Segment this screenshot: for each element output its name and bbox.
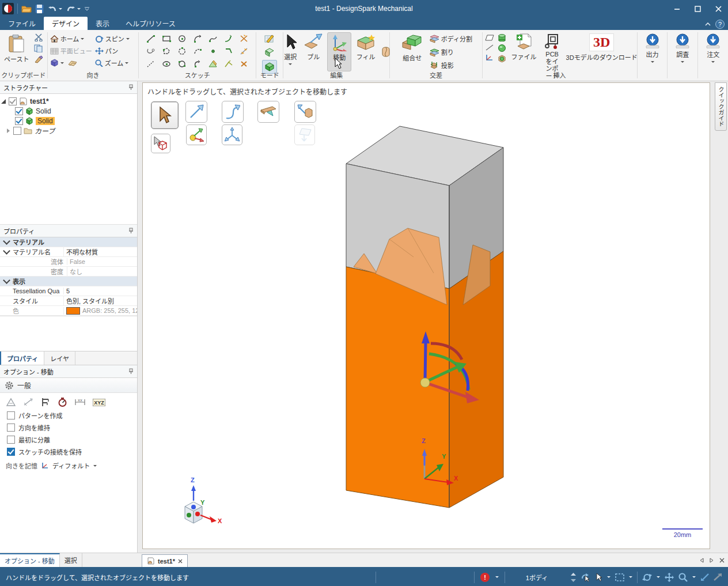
zoom-extents-icon[interactable] <box>700 573 709 581</box>
sketch-construction-icon[interactable] <box>146 60 156 68</box>
close-button[interactable] <box>708 1 728 16</box>
sketch-circle3pt-icon[interactable] <box>177 47 187 55</box>
tree-root-row[interactable]: test1* <box>1 96 136 106</box>
redo-dropdown-caret[interactable] <box>77 8 81 12</box>
minimize-button[interactable] <box>667 1 687 16</box>
sketch-tangent-arc-icon[interactable] <box>224 35 233 43</box>
sketch-split-icon[interactable] <box>240 47 249 55</box>
sketch-polygon-icon[interactable] <box>162 47 171 55</box>
zoom-button[interactable]: ズーム <box>95 57 129 69</box>
color-swatch[interactable] <box>66 307 80 315</box>
tab-help[interactable]: ヘルプ/リソース <box>117 17 184 30</box>
sketch-spline-icon[interactable] <box>208 35 218 43</box>
sketch-bend-icon[interactable] <box>224 60 233 68</box>
home-view-button[interactable]: ホーム <box>50 33 93 44</box>
tab-layers[interactable]: レイヤ <box>44 351 75 365</box>
close-tab-icon[interactable] <box>178 559 183 564</box>
option-keep-orientation[interactable]: 方向を維持 <box>0 421 137 433</box>
checkbox[interactable] <box>7 424 15 432</box>
expander-icon[interactable] <box>7 128 10 133</box>
insert-sphere-icon[interactable] <box>498 44 506 52</box>
material-section-row[interactable]: マテリアル <box>0 237 137 247</box>
sketch-circle-tangent-icon[interactable] <box>177 60 187 68</box>
sketch-fill-region-icon[interactable] <box>208 60 218 68</box>
help-icon[interactable]: ? <box>715 20 725 29</box>
tree-solid2-row[interactable]: Solid <box>1 116 136 126</box>
curves-checkbox[interactable] <box>13 127 21 135</box>
sketch-point-icon[interactable] <box>208 47 218 55</box>
split-button[interactable]: 割り <box>430 46 472 58</box>
sketch-trim-icon[interactable] <box>240 35 249 43</box>
spinner-control[interactable] <box>571 573 576 582</box>
spin-button[interactable]: スピン <box>95 33 130 44</box>
property-row[interactable]: マテリアル名不明な材質 <box>0 247 137 257</box>
orbit-dropdown-caret[interactable] <box>657 576 660 580</box>
option-create-pattern[interactable]: パターンを作成 <box>0 409 137 421</box>
format-brush-button[interactable] <box>34 55 43 63</box>
undo-button[interactable] <box>47 5 62 13</box>
close-doc-button[interactable] <box>719 558 725 563</box>
insert-axis-icon[interactable] <box>485 54 494 61</box>
fill-button[interactable]: フィル <box>354 32 378 71</box>
redo-button[interactable] <box>66 5 81 13</box>
pin-icon[interactable] <box>128 228 134 234</box>
open-file-button[interactable] <box>21 5 32 13</box>
property-row[interactable]: 密度なし <box>0 267 137 277</box>
bottom-tab-select[interactable]: 選択 <box>60 553 82 567</box>
selection-dropdown-caret[interactable] <box>629 576 632 580</box>
sketch-corner-icon[interactable] <box>224 47 233 55</box>
spin-cursor-icon[interactable] <box>581 573 591 582</box>
insert-shell-icon[interactable] <box>498 55 506 62</box>
bottom-tab-options-move[interactable]: オプション - 移動 <box>0 553 60 567</box>
plan-view-button[interactable]: 平面ビュー <box>50 45 93 56</box>
zoom-button-status[interactable] <box>678 573 688 582</box>
alert-icon[interactable]: ! <box>480 573 490 582</box>
tree-curves-row[interactable]: カーブ <box>1 126 136 135</box>
order-button[interactable]: 注文 <box>704 32 722 71</box>
property-row[interactable]: スタイル色別, スタイル別 <box>0 296 137 306</box>
output-button[interactable]: 出力 <box>643 32 662 71</box>
undo-dropdown-caret[interactable] <box>59 8 62 12</box>
selection-box-button[interactable] <box>615 573 624 581</box>
collapse-ribbon-button[interactable] <box>705 22 711 27</box>
section-mode-button[interactable] <box>263 46 276 59</box>
insert-line-icon[interactable] <box>485 44 494 51</box>
checkbox[interactable] <box>7 436 15 444</box>
insert-plane-icon[interactable] <box>485 35 494 41</box>
select-button[interactable]: 選択 <box>281 32 299 71</box>
caliper-icon[interactable] <box>40 398 51 407</box>
root-checkbox[interactable] <box>9 97 17 105</box>
sketch-arc-icon[interactable] <box>193 35 202 43</box>
sketch-delete-icon[interactable] <box>240 60 249 68</box>
sketch-arc3pt-icon[interactable] <box>193 47 202 55</box>
model-canvas[interactable]: ハンドルをドラッグして、選択されたオブジェクトを移動します <box>142 82 710 549</box>
solid2-checkbox[interactable] <box>15 117 23 125</box>
sketch-circle-icon[interactable] <box>177 35 187 43</box>
combine-button[interactable]: 組合せ <box>400 32 425 71</box>
sketch-rect-icon[interactable] <box>162 35 171 43</box>
sketch-line-icon[interactable] <box>146 35 156 43</box>
quick-guide-tab[interactable]: クイックガイド <box>715 82 727 131</box>
property-row[interactable]: Tessellation Qua5 <box>0 286 137 296</box>
pin-icon[interactable] <box>128 84 134 90</box>
project-button[interactable]: 投影 <box>430 59 472 71</box>
tab-design[interactable]: デザイン <box>44 17 88 30</box>
view-cube-button[interactable] <box>50 57 93 69</box>
pan-button-status[interactable] <box>665 573 674 582</box>
property-row[interactable]: 流体False <box>0 257 137 267</box>
checkbox-checked[interactable] <box>7 448 15 456</box>
gauge-icon[interactable] <box>58 398 67 407</box>
sketch-spline2-icon[interactable] <box>146 47 156 55</box>
tree-solid1-row[interactable]: Solid <box>1 106 136 116</box>
tab-properties[interactable]: プロパティ <box>0 351 44 365</box>
customize-toolbar-button[interactable] <box>84 6 90 12</box>
xyz-icon[interactable]: XYZ <box>93 399 105 406</box>
display-section-row[interactable]: 表示 <box>0 277 137 286</box>
option-keep-sketch-connection[interactable]: スケッチの接続を保持 <box>0 445 137 458</box>
next-tab-button[interactable] <box>710 558 714 563</box>
copy-button[interactable] <box>34 44 43 52</box>
insert-cylinder-icon[interactable] <box>498 34 506 41</box>
prev-tab-button[interactable] <box>700 558 704 563</box>
maximize-button[interactable] <box>688 1 707 16</box>
investigate-button[interactable]: 調査 <box>673 32 692 71</box>
